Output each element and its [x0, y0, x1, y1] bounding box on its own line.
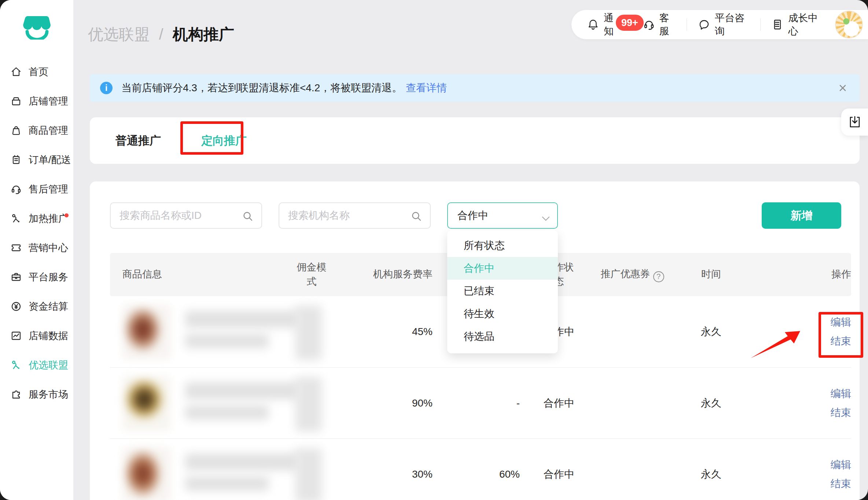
dropdown-option-pending[interactable]: 待生效 — [447, 302, 558, 325]
user-avatar[interactable] — [835, 11, 863, 38]
end-link[interactable]: 结束 — [831, 477, 851, 491]
edit-link[interactable]: 编辑 — [831, 387, 851, 401]
cell-service-rate: 45% — [341, 326, 433, 338]
sidebar-nav: 首页 店铺管理 商品管理 订单/配送 售后管理 加热推广 — [0, 57, 73, 409]
product-text-blurred — [185, 311, 301, 328]
close-icon[interactable] — [837, 82, 849, 94]
add-button[interactable]: 新增 — [762, 202, 841, 229]
header-actions: 操作 — [748, 267, 851, 282]
edit-link[interactable]: 编辑 — [831, 315, 851, 329]
dropdown-option-selecting[interactable]: 待选品 — [447, 325, 558, 348]
dropdown-option-all[interactable]: 所有状态 — [447, 234, 558, 257]
platform-consult-button[interactable]: 平台咨询 — [698, 10, 749, 39]
sidebar-item-aftersale[interactable]: 售后管理 — [0, 174, 73, 204]
commission-mode-blurred — [295, 377, 322, 431]
export-button[interactable] — [841, 109, 868, 136]
chart-icon — [10, 330, 22, 342]
sidebar-item-platform-service[interactable]: 平台服务 — [0, 262, 73, 292]
notification-button[interactable]: 通知 99+ — [587, 10, 620, 39]
briefcase-icon — [10, 271, 22, 283]
product-thumbnail-blurred — [122, 305, 171, 359]
breadcrumb: 优选联盟 / 机构推广 — [88, 24, 234, 45]
product-text-blurred — [185, 453, 301, 470]
sidebar-item-orders[interactable]: 订单/配送 — [0, 145, 73, 174]
sidebar-item-shop-data[interactable]: 店铺数据 — [0, 321, 73, 350]
app-logo[interactable] — [23, 15, 51, 40]
app-window: 首页 店铺管理 商品管理 订单/配送 售后管理 加热推广 — [0, 0, 868, 500]
cell-service-rate: 30% — [341, 468, 433, 480]
growth-center-button[interactable]: 成长中心 — [771, 10, 823, 39]
sidebar-item-label: 优选联盟 — [29, 359, 68, 372]
sidebar-item-home[interactable]: 首页 — [0, 57, 73, 87]
tab-targeted-promotion[interactable]: 定向推广 — [201, 133, 247, 148]
cell-status: 合作中 — [528, 467, 590, 481]
product-search-field — [110, 202, 262, 229]
bell-icon — [587, 18, 599, 31]
row-actions: 编辑 结束 — [748, 387, 851, 420]
product-text-blurred — [185, 334, 269, 348]
tab-normal-promotion[interactable]: 普通推广 — [115, 133, 161, 148]
platform-consult-label: 平台咨询 — [715, 11, 749, 38]
row-actions: 编辑 结束 — [748, 458, 851, 491]
cell-status: 合作中 — [528, 396, 590, 410]
growth-center-label: 成长中心 — [788, 11, 823, 38]
alliance-icon — [10, 359, 22, 371]
table-row: 30% 60% 合作中 永久 编辑 结束 — [110, 438, 851, 500]
table-row: 90% - 合作中 永久 编辑 结束 — [110, 367, 851, 438]
status-select-value: 合作中 — [457, 209, 488, 223]
sidebar-item-label: 商品管理 — [29, 124, 68, 137]
sidebar-item-label: 店铺数据 — [29, 329, 68, 342]
status-select[interactable]: 合作中 — [447, 202, 558, 229]
question-mark-icon[interactable]: ? — [653, 271, 664, 282]
sidebar-item-service-market[interactable]: 服务市场 — [0, 380, 73, 409]
storefront-logo-icon — [23, 15, 51, 40]
sidebar-item-goods-manage[interactable]: 商品管理 — [0, 116, 73, 145]
sidebar-item-marketing[interactable]: 营销中心 — [0, 233, 73, 262]
topbar-divider — [687, 18, 687, 31]
heat-promotion-icon — [10, 213, 22, 224]
header-product-info: 商品信息 — [110, 267, 282, 282]
product-thumbnail-blurred — [122, 448, 171, 500]
shop-icon — [10, 95, 22, 107]
product-text-blurred — [185, 405, 269, 420]
status-dropdown-menu: 所有状态 合作中 已结束 待生效 待选品 — [447, 230, 558, 353]
banner-text: 当前店铺评分4.3，若达到联盟清退标准<4.2，将被联盟清退。 — [121, 81, 402, 95]
product-search-input[interactable] — [111, 203, 261, 228]
notice-banner: i 当前店铺评分4.3，若达到联盟清退标准<4.2，将被联盟清退。 查看详情 — [90, 74, 860, 102]
commission-mode-blurred — [295, 306, 322, 360]
headset-icon — [10, 183, 22, 195]
sidebar-item-label: 售后管理 — [29, 183, 68, 196]
sidebar-item-shop-manage[interactable]: 店铺管理 — [0, 87, 73, 116]
product-text-blurred — [185, 476, 269, 491]
cell-time: 永久 — [674, 325, 748, 339]
header-coupon: 推广优惠券? — [590, 267, 674, 282]
document-icon — [771, 18, 784, 31]
customer-service-button[interactable]: 客服 — [643, 10, 676, 39]
sidebar-item-alliance[interactable]: 优选联盟 — [0, 350, 73, 380]
sidebar-item-heat-promotion[interactable]: 加热推广 — [0, 204, 73, 233]
puzzle-icon — [10, 389, 22, 400]
download-icon — [848, 115, 862, 129]
chevron-down-icon — [542, 213, 550, 218]
edit-link[interactable]: 编辑 — [831, 458, 851, 472]
customer-service-label: 客服 — [659, 11, 676, 38]
agency-search-input[interactable] — [279, 203, 430, 228]
breadcrumb-parent[interactable]: 优选联盟 — [88, 26, 150, 43]
page-title: 机构推广 — [173, 26, 234, 43]
dropdown-option-ended[interactable]: 已结束 — [447, 280, 558, 302]
chat-bubble-icon — [698, 18, 710, 31]
end-link[interactable]: 结束 — [831, 406, 851, 420]
dropdown-option-cooperating[interactable]: 合作中 — [447, 257, 558, 280]
sidebar-item-label: 加热推广 — [29, 212, 68, 225]
header-commission-mode: 佣金模式 — [282, 260, 341, 289]
order-list-icon — [10, 154, 22, 166]
banner-detail-link[interactable]: 查看详情 — [406, 81, 447, 95]
cell-service-rate: 90% — [341, 397, 433, 409]
sidebar-item-funds[interactable]: 资金结算 — [0, 292, 73, 321]
header-service-rate: 机构服务费率 — [341, 267, 433, 282]
cell-rate2: - — [433, 397, 528, 409]
cell-time: 永久 — [674, 467, 748, 481]
commission-mode-blurred — [295, 448, 322, 500]
sidebar: 首页 店铺管理 商品管理 订单/配送 售后管理 加热推广 — [0, 0, 73, 500]
end-link[interactable]: 结束 — [831, 334, 851, 348]
